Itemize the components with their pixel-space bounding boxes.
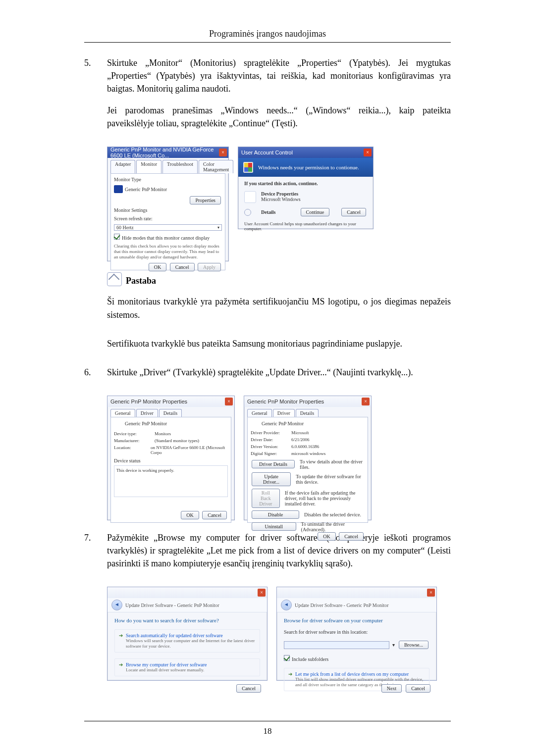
uac-app: Device Properties [261, 191, 301, 197]
step5-para2: Jei parodomas pranešimas „Windows needs.… [107, 104, 451, 130]
path-dropdown-icon[interactable]: ▾ [392, 642, 395, 648]
hide-modes-label: Hide modes that this monitor cannot disp… [122, 235, 210, 241]
refresh-select[interactable]: 60 Hertz▾ [114, 224, 222, 231]
chevron-down-icon[interactable] [244, 209, 251, 216]
tab-troubleshoot[interactable]: Troubleshoot [162, 160, 198, 173]
include-subfolders-label: Include subfolders [292, 656, 328, 662]
cancel-button[interactable]: Cancel [170, 263, 195, 271]
footer-rule [84, 721, 451, 721]
continue-button[interactable]: Continue [301, 208, 330, 216]
app-icon [244, 191, 256, 203]
ok-button[interactable]: OK [149, 263, 166, 271]
tab-color-management[interactable]: Color Management [199, 160, 233, 173]
uninstall-button[interactable]: Uninstall [252, 522, 296, 531]
tab-driver[interactable]: Driver [136, 409, 158, 417]
tab-details[interactable]: Details [296, 409, 319, 417]
ok-button[interactable]: OK [318, 532, 335, 541]
close-icon[interactable]: × [364, 149, 372, 156]
wizard-heading: Browse for driver software on your compu… [284, 617, 429, 623]
back-icon[interactable]: ◄ [111, 600, 122, 610]
arrow-icon: ➔ [119, 662, 123, 667]
refresh-label: Screen refresh rate: [114, 216, 222, 221]
device-status-box: This device is working properly. [114, 465, 228, 497]
search-location-label: Search for driver software in this locat… [284, 629, 429, 635]
kv-val: on NVIDIA GeForce 6600 LE (Microsoft Cor… [151, 445, 228, 455]
btn-desc: To update the driver software for this d… [296, 474, 365, 485]
path-input[interactable] [284, 641, 389, 649]
browse-button[interactable]: Browse... [399, 641, 428, 649]
tab-general[interactable]: General [110, 409, 135, 417]
ok-button[interactable]: OK [181, 511, 199, 519]
kv-val: Monitors [155, 431, 171, 436]
hide-modes-hint: Clearing this check box allows you to se… [114, 244, 222, 259]
step6-text: Skirtuke „Driver“ (Tvarkyklė) spragtelėk… [107, 366, 451, 379]
btn-desc: To view details about the driver files. [300, 459, 365, 470]
kv-key: Driver Version: [251, 444, 287, 449]
details-toggle[interactable]: Details [261, 209, 275, 215]
monitor-icon [251, 420, 259, 427]
chevron-down-icon: ▾ [217, 225, 219, 230]
option-auto-search[interactable]: ➔Search automatically for updated driver… [114, 629, 260, 653]
close-icon[interactable]: × [427, 589, 435, 597]
close-icon[interactable]: × [219, 149, 227, 156]
arrow-icon: ➔ [119, 633, 123, 638]
note-para2: Sertifikuota tvarkyklė bus pateikta Sams… [107, 337, 451, 350]
close-icon[interactable]: × [362, 398, 370, 405]
next-button[interactable]: Next [381, 684, 402, 693]
kv-val: Microsoft [291, 430, 309, 435]
kv-key: Device type: [114, 431, 151, 436]
fig3-device-name: Generic PnP Monitor [125, 421, 167, 426]
apply-button[interactable]: Apply [198, 263, 221, 271]
close-icon[interactable]: × [225, 398, 233, 405]
cancel-button[interactable]: Cancel [341, 208, 366, 216]
tab-general[interactable]: General [247, 409, 272, 417]
running-header: Programinės įrangos naudojimas [84, 29, 451, 39]
btn-desc: If the device fails after updating the d… [285, 490, 365, 506]
driver-details-button[interactable]: Driver Details [252, 460, 295, 468]
kv-key: Driver Date: [251, 437, 287, 442]
disable-button[interactable]: Disable [252, 510, 299, 519]
cancel-button[interactable]: Cancel [236, 684, 261, 693]
kv-key: Location: [114, 445, 147, 455]
header-rule [84, 42, 451, 43]
close-icon[interactable]: × [258, 589, 266, 597]
kv-val: (Standard monitor types) [155, 438, 199, 443]
uac-headline: Windows needs your permission to contion… [258, 164, 359, 170]
figure-wizard-search: × ◄Update Driver Software - Generic PnP … [107, 587, 268, 681]
kv-val: microsoft windows [291, 451, 325, 456]
back-icon[interactable]: ◄ [281, 600, 292, 610]
monitor-icon [114, 185, 123, 193]
fig2-title: User Account Control [241, 150, 293, 155]
device-status-label: Device status [114, 458, 228, 463]
update-driver-button[interactable]: Update Driver... [252, 472, 291, 486]
tab-adapter[interactable]: Adapter [110, 160, 135, 173]
cancel-button[interactable]: Cancel [406, 684, 430, 693]
cancel-button[interactable]: Cancel [202, 511, 227, 519]
shield-icon [243, 162, 253, 173]
step6-number: 6. [84, 366, 107, 388]
properties-button[interactable]: Properties [190, 196, 221, 204]
monitor-name: Generic PnP Monitor [125, 187, 167, 192]
tab-monitor[interactable]: Monitor [136, 160, 161, 173]
arrow-icon: ➔ [288, 671, 292, 677]
monitor-icon [114, 420, 122, 427]
figure-wizard-browse: × ◄Update Driver Software - Generic PnP … [276, 587, 437, 681]
monitor-type-label: Monitor Type [114, 177, 222, 182]
figure-uac-dialog: User Account Control× Windows needs your… [238, 147, 374, 229]
kv-key: Digital Signer: [251, 451, 287, 456]
kv-key: Driver Provider: [251, 430, 287, 435]
rollback-driver-button[interactable]: Roll Back Driver [252, 489, 280, 508]
kv-key: Manufacturer: [114, 438, 151, 443]
option-title: Search automatically for updated driver … [126, 633, 223, 638]
btn-desc: Disables the selected device. [304, 512, 361, 517]
tab-driver[interactable]: Driver [273, 409, 295, 417]
include-subfolders-checkbox[interactable] [284, 655, 290, 661]
device-status-text: This device is working properly. [114, 466, 227, 475]
kv-val: 6/21/2006 [291, 437, 310, 442]
hide-modes-checkbox[interactable] [114, 234, 120, 240]
tab-details[interactable]: Details [159, 409, 182, 417]
option-browse-computer[interactable]: ➔Browse my computer for driver software … [114, 658, 260, 676]
cancel-button[interactable]: Cancel [339, 532, 364, 541]
uac-publisher: Microsoft Windows [261, 197, 301, 202]
wizard-question: How do you want to search for driver sof… [114, 617, 260, 623]
